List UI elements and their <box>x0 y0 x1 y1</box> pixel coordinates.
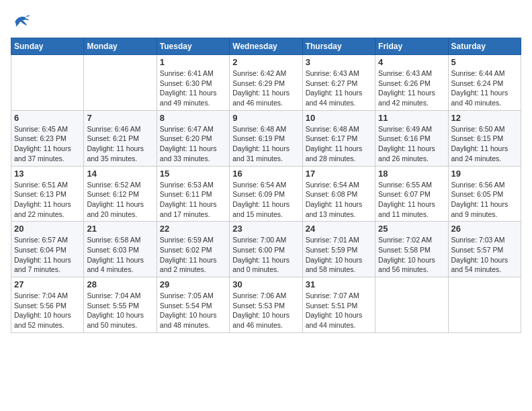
day-info: Sunrise: 6:43 AM Sunset: 6:27 PM Dayligh… <box>306 68 372 108</box>
calendar-cell: 14Sunrise: 6:52 AM Sunset: 6:12 PM Dayli… <box>84 166 157 222</box>
day-info: Sunrise: 7:01 AM Sunset: 5:59 PM Dayligh… <box>306 235 372 275</box>
calendar-cell: 16Sunrise: 6:54 AM Sunset: 6:09 PM Dayli… <box>230 166 302 222</box>
day-header-saturday: Saturday <box>448 38 521 55</box>
day-number: 4 <box>378 57 445 67</box>
calendar-cell: 15Sunrise: 6:53 AM Sunset: 6:11 PM Dayli… <box>157 166 229 222</box>
day-info: Sunrise: 6:48 AM Sunset: 6:17 PM Dayligh… <box>306 124 372 164</box>
day-info: Sunrise: 6:42 AM Sunset: 6:29 PM Dayligh… <box>232 68 299 108</box>
page-header <box>11 11 521 32</box>
day-info: Sunrise: 7:04 AM Sunset: 5:55 PM Dayligh… <box>87 291 153 330</box>
calendar-week-1: 1Sunrise: 6:41 AM Sunset: 6:30 PM Daylig… <box>11 55 521 111</box>
calendar-cell: 1Sunrise: 6:41 AM Sunset: 6:30 PM Daylig… <box>157 55 229 111</box>
calendar-cell: 12Sunrise: 6:50 AM Sunset: 6:15 PM Dayli… <box>448 110 521 166</box>
day-number: 1 <box>160 57 226 67</box>
day-number: 31 <box>306 279 372 289</box>
day-number: 20 <box>14 224 81 234</box>
calendar-table: SundayMondayTuesdayWednesdayThursdayFrid… <box>11 38 521 333</box>
day-number: 27 <box>14 279 81 289</box>
calendar-cell: 30Sunrise: 7:06 AM Sunset: 5:53 PM Dayli… <box>230 277 302 333</box>
calendar-cell <box>84 55 157 111</box>
day-number: 25 <box>378 224 445 234</box>
calendar-cell: 22Sunrise: 6:59 AM Sunset: 6:02 PM Dayli… <box>157 222 229 277</box>
day-info: Sunrise: 6:57 AM Sunset: 6:04 PM Dayligh… <box>14 235 81 275</box>
day-info: Sunrise: 6:45 AM Sunset: 6:23 PM Dayligh… <box>14 124 81 164</box>
day-number: 28 <box>87 279 153 289</box>
day-info: Sunrise: 6:56 AM Sunset: 6:05 PM Dayligh… <box>451 180 518 220</box>
day-info: Sunrise: 7:02 AM Sunset: 5:58 PM Dayligh… <box>378 235 445 275</box>
day-number: 26 <box>451 224 518 234</box>
day-info: Sunrise: 6:54 AM Sunset: 6:08 PM Dayligh… <box>306 180 372 220</box>
calendar-week-5: 27Sunrise: 7:04 AM Sunset: 5:56 PM Dayli… <box>11 277 521 333</box>
day-header-friday: Friday <box>375 38 448 55</box>
day-number: 3 <box>306 57 372 67</box>
calendar-cell: 21Sunrise: 6:58 AM Sunset: 6:03 PM Dayli… <box>84 222 157 277</box>
day-number: 16 <box>232 169 299 179</box>
day-number: 24 <box>306 224 372 234</box>
calendar-cell: 20Sunrise: 6:57 AM Sunset: 6:04 PM Dayli… <box>11 222 84 277</box>
calendar-cell: 13Sunrise: 6:51 AM Sunset: 6:13 PM Dayli… <box>11 166 84 222</box>
day-number: 17 <box>306 169 372 179</box>
calendar-cell: 25Sunrise: 7:02 AM Sunset: 5:58 PM Dayli… <box>375 222 448 277</box>
calendar-week-3: 13Sunrise: 6:51 AM Sunset: 6:13 PM Dayli… <box>11 166 521 222</box>
calendar-cell: 8Sunrise: 6:47 AM Sunset: 6:20 PM Daylig… <box>157 110 229 166</box>
day-info: Sunrise: 6:50 AM Sunset: 6:15 PM Dayligh… <box>451 124 518 164</box>
day-number: 22 <box>160 224 226 234</box>
day-info: Sunrise: 6:55 AM Sunset: 6:07 PM Dayligh… <box>378 180 445 220</box>
calendar-cell: 11Sunrise: 6:49 AM Sunset: 6:16 PM Dayli… <box>375 110 448 166</box>
day-number: 2 <box>232 57 299 67</box>
calendar-cell: 2Sunrise: 6:42 AM Sunset: 6:29 PM Daylig… <box>230 55 302 111</box>
calendar-cell: 9Sunrise: 6:48 AM Sunset: 6:19 PM Daylig… <box>230 110 302 166</box>
day-number: 7 <box>87 113 153 123</box>
day-number: 13 <box>14 169 81 179</box>
day-info: Sunrise: 6:43 AM Sunset: 6:26 PM Dayligh… <box>378 68 445 108</box>
day-number: 8 <box>160 113 226 123</box>
calendar-cell <box>448 277 521 333</box>
calendar-header-row: SundayMondayTuesdayWednesdayThursdayFrid… <box>11 38 521 55</box>
calendar-cell: 5Sunrise: 6:44 AM Sunset: 6:24 PM Daylig… <box>448 55 521 111</box>
calendar-cell: 6Sunrise: 6:45 AM Sunset: 6:23 PM Daylig… <box>11 110 84 166</box>
day-number: 19 <box>451 169 518 179</box>
calendar-cell: 10Sunrise: 6:48 AM Sunset: 6:17 PM Dayli… <box>302 110 375 166</box>
calendar-week-2: 6Sunrise: 6:45 AM Sunset: 6:23 PM Daylig… <box>11 110 521 166</box>
day-info: Sunrise: 6:59 AM Sunset: 6:02 PM Dayligh… <box>160 235 226 275</box>
calendar-cell: 17Sunrise: 6:54 AM Sunset: 6:08 PM Dayli… <box>302 166 375 222</box>
day-number: 30 <box>232 279 299 289</box>
calendar-cell: 4Sunrise: 6:43 AM Sunset: 6:26 PM Daylig… <box>375 55 448 111</box>
day-number: 5 <box>451 57 518 67</box>
day-number: 6 <box>14 113 81 123</box>
day-number: 18 <box>378 169 445 179</box>
day-info: Sunrise: 6:48 AM Sunset: 6:19 PM Dayligh… <box>232 124 299 164</box>
day-info: Sunrise: 6:44 AM Sunset: 6:24 PM Dayligh… <box>451 68 518 108</box>
calendar-cell: 23Sunrise: 7:00 AM Sunset: 6:00 PM Dayli… <box>230 222 302 277</box>
day-info: Sunrise: 7:03 AM Sunset: 5:57 PM Dayligh… <box>451 235 518 275</box>
calendar-cell: 29Sunrise: 7:05 AM Sunset: 5:54 PM Dayli… <box>157 277 229 333</box>
day-number: 14 <box>87 169 153 179</box>
day-info: Sunrise: 6:51 AM Sunset: 6:13 PM Dayligh… <box>14 180 81 220</box>
day-info: Sunrise: 6:58 AM Sunset: 6:03 PM Dayligh… <box>87 235 153 275</box>
day-number: 21 <box>87 224 153 234</box>
day-info: Sunrise: 7:05 AM Sunset: 5:54 PM Dayligh… <box>160 291 226 330</box>
day-header-sunday: Sunday <box>11 38 84 55</box>
day-info: Sunrise: 7:06 AM Sunset: 5:53 PM Dayligh… <box>232 291 299 330</box>
calendar-cell: 28Sunrise: 7:04 AM Sunset: 5:55 PM Dayli… <box>84 277 157 333</box>
calendar-cell: 7Sunrise: 6:46 AM Sunset: 6:21 PM Daylig… <box>84 110 157 166</box>
calendar-cell: 24Sunrise: 7:01 AM Sunset: 5:59 PM Dayli… <box>302 222 375 277</box>
day-info: Sunrise: 6:41 AM Sunset: 6:30 PM Dayligh… <box>160 68 226 108</box>
logo-icon <box>11 11 32 32</box>
day-number: 23 <box>232 224 299 234</box>
day-info: Sunrise: 6:53 AM Sunset: 6:11 PM Dayligh… <box>160 180 226 220</box>
logo <box>11 11 35 32</box>
day-number: 9 <box>232 113 299 123</box>
day-header-wednesday: Wednesday <box>230 38 302 55</box>
day-info: Sunrise: 7:00 AM Sunset: 6:00 PM Dayligh… <box>232 235 299 275</box>
day-header-monday: Monday <box>84 38 157 55</box>
calendar-cell: 26Sunrise: 7:03 AM Sunset: 5:57 PM Dayli… <box>448 222 521 277</box>
day-info: Sunrise: 6:46 AM Sunset: 6:21 PM Dayligh… <box>87 124 153 164</box>
calendar-week-4: 20Sunrise: 6:57 AM Sunset: 6:04 PM Dayli… <box>11 222 521 277</box>
calendar-cell <box>11 55 84 111</box>
day-number: 10 <box>306 113 372 123</box>
day-number: 12 <box>451 113 518 123</box>
day-header-thursday: Thursday <box>302 38 375 55</box>
day-info: Sunrise: 7:04 AM Sunset: 5:56 PM Dayligh… <box>14 291 81 330</box>
day-info: Sunrise: 6:52 AM Sunset: 6:12 PM Dayligh… <box>87 180 153 220</box>
